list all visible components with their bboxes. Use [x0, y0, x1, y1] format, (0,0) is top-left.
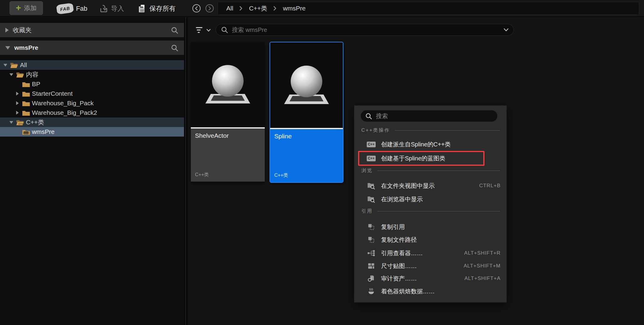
menu-item-label: 创建派生自Spline的C++类 — [381, 140, 451, 148]
menu-section-browse: 浏览 — [361, 167, 500, 174]
tree-item-warehouse-big-pack[interactable]: Warehouse_Big_Pack — [0, 98, 184, 108]
tree-item-wmspre[interactable]: C++ wmsPre — [0, 127, 184, 137]
asset-search-bar — [216, 24, 514, 36]
folder-closed-icon — [22, 81, 30, 87]
menu-item-audit-assets[interactable]: 审计资产…… ALT+SHIFT+A — [366, 272, 501, 285]
back-button[interactable] — [192, 4, 201, 13]
panel-splitter[interactable] — [184, 18, 188, 325]
folder-open-icon — [10, 62, 18, 68]
breadcrumb-item-cpp[interactable]: C++类 — [249, 4, 267, 13]
menu-item-label: 着色器烘焙数据…… — [381, 287, 435, 295]
menu-item-label: 创建基于Spline的蓝图类 — [381, 154, 445, 162]
menu-item-size-map[interactable]: 尺寸贴图…… ALT+SHIFT+M — [366, 259, 501, 273]
menu-item-copy-file-path[interactable]: 复制文件路径 — [366, 233, 501, 246]
save-all-label: 保存所有 — [149, 4, 176, 13]
collapsed-arrow-icon[interactable] — [16, 111, 19, 115]
import-button[interactable]: 导入 — [99, 0, 124, 17]
chevron-right-icon — [239, 6, 243, 11]
plus-icon: + — [16, 3, 21, 12]
save-all-icon — [138, 4, 147, 13]
tree-item-all[interactable]: All — [0, 60, 184, 70]
fab-button[interactable]: FAB Fab — [57, 0, 87, 17]
collapsed-arrow-icon[interactable] — [16, 92, 19, 96]
tree-item-startercontent[interactable]: StarterContent — [0, 89, 184, 98]
menu-item-label: 审计资产…… — [381, 275, 417, 283]
menu-item-label: 尺寸贴图…… — [381, 262, 417, 270]
folder-open-icon — [16, 72, 24, 78]
expanded-arrow-icon[interactable] — [10, 73, 13, 76]
top-toolbar: + 添加 FAB Fab 导入 保存所有 — [0, 0, 644, 17]
fab-label: Fab — [76, 5, 87, 13]
asset-tile-shelveactor[interactable]: ShelveActor C++类 — [191, 42, 265, 183]
unreal-content-browser-window: + 添加 FAB Fab 导入 保存所有 — [0, 0, 644, 325]
search-icon — [221, 26, 228, 34]
menu-item-reference-viewer[interactable]: 引用查看器…… ALT+SHIFT+R — [366, 247, 501, 260]
menu-item-label: 复制引用 — [381, 223, 405, 231]
save-all-button[interactable]: 保存所有 — [138, 0, 176, 17]
size-map-icon — [368, 262, 375, 270]
chevron-down-icon[interactable] — [504, 28, 509, 32]
search-icon[interactable] — [171, 44, 179, 52]
section-title: 浏览 — [361, 168, 373, 174]
sidebar: 收藏夹 wmsPre All — [0, 18, 184, 325]
favorites-header-label: 收藏夹 — [13, 26, 166, 34]
breadcrumb-item-all[interactable]: All — [226, 5, 233, 12]
copy-icon — [368, 223, 375, 230]
tree-item-bp[interactable]: BP — [0, 79, 184, 89]
menu-item-shortcut: ALT+SHIFT+A — [465, 276, 501, 281]
context-menu-search-input[interactable] — [375, 112, 493, 120]
reference-viewer-icon — [367, 250, 375, 257]
tree-item-label: wmsPre — [32, 128, 55, 135]
expanded-arrow-icon — [5, 46, 10, 49]
search-icon[interactable] — [171, 26, 179, 34]
breadcrumb: All C++类 wmsPre — [218, 2, 639, 15]
import-label: 导入 — [111, 4, 124, 13]
tree-item-label: All — [20, 61, 27, 69]
svg-text:C++: C++ — [24, 131, 29, 134]
menu-item-create-derived-cpp-class[interactable]: C++ 创建派生自Spline的C++类 — [366, 138, 501, 151]
collapsed-arrow-icon[interactable] — [16, 101, 19, 105]
asset-tile-spline[interactable]: Spline C++类 — [270, 42, 343, 183]
folder-closed-icon — [22, 91, 30, 97]
asset-thumbnail — [191, 42, 265, 127]
chevron-down-icon — [206, 29, 211, 32]
project-section-header[interactable]: wmsPre — [0, 41, 184, 55]
collapsed-arrow-icon — [5, 28, 9, 32]
filter-button[interactable] — [195, 25, 212, 35]
folder-cpp-open-icon: C++ — [16, 119, 24, 126]
menu-item-copy-reference[interactable]: 复制引用 — [366, 220, 501, 233]
add-button[interactable]: + 添加 — [10, 1, 43, 15]
tree-item-label: Warehouse_Big_Pack — [32, 100, 94, 107]
breadcrumb-item-wmspre[interactable]: wmsPre — [283, 5, 306, 12]
menu-item-show-in-explorer[interactable]: 在浏览器中显示 — [366, 193, 501, 206]
asset-search-input[interactable] — [231, 26, 501, 34]
section-title: C++类操作 — [361, 127, 390, 134]
tree-item-label: 内容 — [26, 70, 38, 79]
menu-item-shader-cook-data[interactable]: 着色器烘焙数据…… — [366, 285, 501, 298]
shader-cook-icon — [368, 288, 375, 295]
forward-button[interactable] — [205, 4, 214, 13]
asset-type: C++类 — [274, 172, 288, 179]
expanded-arrow-icon[interactable] — [4, 64, 7, 66]
menu-item-create-blueprint-from-spline[interactable]: C++ 创建基于Spline的蓝图类 — [366, 152, 501, 165]
add-button-label: 添加 — [24, 4, 37, 12]
menu-item-show-in-folder-view[interactable]: 在文件夹视图中显示 CTRL+B — [366, 179, 501, 192]
tree-item-warehouse-big-pack2[interactable]: Warehouse_Big_Pack2 — [0, 108, 184, 117]
cpp-class-icon: C++ — [367, 156, 376, 161]
favorites-section-header[interactable]: 收藏夹 — [0, 23, 184, 37]
project-header-label: wmsPre — [14, 44, 166, 51]
copy-icon — [368, 236, 375, 243]
class-sphere-icon — [278, 57, 335, 114]
tree-item-content[interactable]: 内容 — [0, 70, 184, 79]
fab-logo-text: FAB — [60, 5, 70, 12]
tree-item-label: StarterContent — [32, 90, 73, 97]
section-divider — [377, 211, 500, 211]
folder-cpp-badge-icon: C++ — [22, 129, 30, 135]
tree-item-cpp-classes[interactable]: C++ C++类 — [0, 117, 184, 127]
folder-closed-icon — [22, 100, 30, 106]
folder-closed-icon — [22, 110, 30, 116]
class-sphere-icon — [199, 56, 256, 113]
asset-context-menu: C++类操作 C++ 创建派生自Spline的C++类 C++ 创建基于Spli… — [354, 105, 507, 303]
asset-type: C++类 — [195, 172, 209, 178]
expanded-arrow-icon[interactable] — [10, 121, 13, 124]
